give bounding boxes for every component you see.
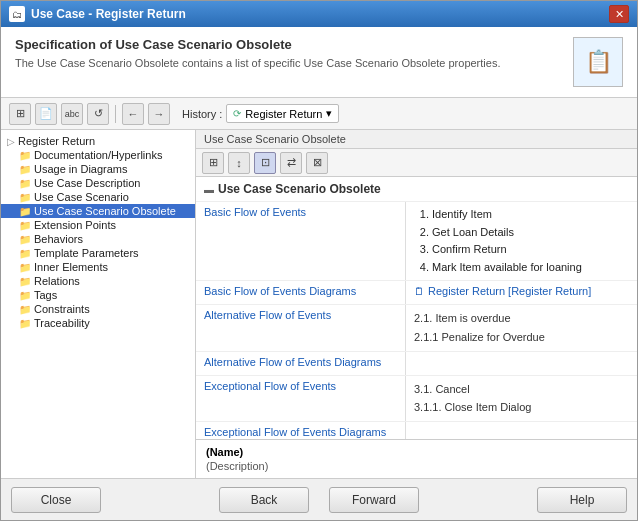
props-value-alt-flow-diagrams [406,352,637,375]
exc-flow-item-2: 3.1.1. Close Item Dialog [414,398,629,417]
tree-folder-icon-9: 📁 [19,276,31,287]
tree-root[interactable]: ▷ Register Return [1,134,195,148]
list-item: Mark Item available for loaning [432,259,629,277]
props-btn-swap[interactable]: ⇄ [280,152,302,174]
toolbar-separator [115,105,116,123]
tree-item-template-params[interactable]: 📁 Template Parameters [1,246,195,260]
window-title: Use Case - Register Return [31,7,186,21]
props-row-exc-flow: Exceptional Flow of Events 3.1. Cancel 3… [196,376,637,422]
props-row-basic-flow: Basic Flow of Events Identify Item Get L… [196,202,637,281]
tree-item-relations[interactable]: 📁 Relations [1,274,195,288]
tree-folder-icon-2: 📁 [19,178,31,189]
props-btn-add[interactable]: ⊞ [202,152,224,174]
forward-button[interactable]: Forward [329,487,419,513]
toolbar-btn-refresh[interactable]: ↺ [87,103,109,125]
props-section-title: ▬ Use Case Scenario Obsolete [196,177,637,202]
tree-item-scenario[interactable]: 📁 Use Case Scenario [1,190,195,204]
props-btn-view[interactable]: ⊡ [254,152,276,174]
section-title-text: Use Case Scenario Obsolete [218,182,381,196]
toolbar-btn-doc[interactable]: 📄 [35,103,57,125]
desc-label: (Description) [206,460,627,472]
main-content: ▷ Register Return 📁 Documentation/Hyperl… [1,130,637,478]
props-toolbar: ⊞ ↕ ⊡ ⇄ ⊠ [196,149,637,177]
tree-folder-icon-1: 📁 [19,164,31,175]
props-value-alt-flow: 2.1. Item is overdue 2.1.1 Penalize for … [406,305,637,350]
close-button[interactable]: Close [11,487,101,513]
diagram-link-text: Register Return [Register Return] [428,285,591,297]
toolbar: ⊞ 📄 abc ↺ ← → History : ⟳ Register Retur… [1,98,637,130]
toolbar-btn-forward[interactable]: → [148,103,170,125]
history-dropdown[interactable]: ⟳ Register Return ▾ [226,104,339,123]
tree-item-documentation[interactable]: 📁 Documentation/Hyperlinks [1,148,195,162]
label-text-exc-flow: Exceptional Flow of Events [204,380,336,392]
tree-item-label-10: Tags [34,289,57,301]
tree-item-extension[interactable]: 📁 Extension Points [1,218,195,232]
props-table: Basic Flow of Events Identify Item Get L… [196,202,637,439]
tree-item-label-6: Behaviors [34,233,83,245]
tree-item-label-12: Traceability [34,317,90,329]
label-text-exc-flow-diagrams: Exceptional Flow of Events Diagrams [204,426,386,438]
section-toggle-icon: ▬ [204,184,214,195]
main-window: 🗂 Use Case - Register Return ✕ Specifica… [0,0,638,521]
tree-item-inner[interactable]: 📁 Inner Elements [1,260,195,274]
props-label-exc-flow: Exceptional Flow of Events [196,376,406,421]
name-section: (Name) (Description) [196,439,637,478]
tree-folder-icon-7: 📁 [19,248,31,259]
header-text: Specification of Use Case Scenario Obsol… [15,37,500,71]
title-bar: 🗂 Use Case - Register Return ✕ [1,1,637,27]
tree-item-label-1: Usage in Diagrams [34,163,128,175]
tree-item-scenario-obsolete[interactable]: 📁 Use Case Scenario Obsolete [1,204,195,218]
list-item: Get Loan Details [432,224,629,242]
tree-item-label-8: Inner Elements [34,261,108,273]
alt-flow-item-1: 2.1. Item is overdue [414,309,629,328]
footer: Close Back Forward Help [1,478,637,520]
props-label-exc-flow-diagrams: Exceptional Flow of Events Diagrams [196,422,406,439]
tree-item-constraints[interactable]: 📁 Constraints [1,302,195,316]
list-item: Identify Item [432,206,629,224]
toolbar-btn-abc[interactable]: abc [61,103,83,125]
tree-item-label-9: Relations [34,275,80,287]
tree-folder-icon-6: 📁 [19,234,31,245]
props-btn-sort[interactable]: ↕ [228,152,250,174]
tree-item-label-7: Template Parameters [34,247,139,259]
label-text-alt-flow-diagrams: Alternative Flow of Events Diagrams [204,356,381,368]
tree-item-tags[interactable]: 📁 Tags [1,288,195,302]
window-icon: 🗂 [9,6,25,22]
history-dropdown-arrow: ▾ [326,107,332,120]
tree-item-label-5: Extension Points [34,219,116,231]
toolbar-btn-back[interactable]: ← [122,103,144,125]
tree-item-label-4: Use Case Scenario Obsolete [34,205,176,217]
tree-item-label-3: Use Case Scenario [34,191,129,203]
title-bar-left: 🗂 Use Case - Register Return [9,6,186,22]
tree-root-icon: ▷ [7,136,15,147]
tree-item-description[interactable]: 📁 Use Case Description [1,176,195,190]
basic-flow-list: Identify Item Get Loan Details Confirm R… [414,206,629,276]
tree-item-behaviors[interactable]: 📁 Behaviors [1,232,195,246]
props-label-alt-flow-diagrams: Alternative Flow of Events Diagrams [196,352,406,375]
tree-folder-icon-11: 📁 [19,304,31,315]
tree-folder-icon-10: 📁 [19,290,31,301]
props-row-alt-flow: Alternative Flow of Events 2.1. Item is … [196,305,637,351]
footer-center: Back Forward [219,487,419,513]
props-label-basic-flow: Basic Flow of Events [196,202,406,280]
toolbar-btn-grid[interactable]: ⊞ [9,103,31,125]
tree-item-usage[interactable]: 📁 Usage in Diagrams [1,162,195,176]
tree-panel: ▷ Register Return 📁 Documentation/Hyperl… [1,130,196,478]
back-button[interactable]: Back [219,487,309,513]
tree-folder-icon-0: 📁 [19,150,31,161]
header-description: The Use Case Scenario Obsolete contains … [15,56,500,71]
tree-item-traceability[interactable]: 📁 Traceability [1,316,195,330]
tree-folder-icon-3: 📁 [19,192,31,203]
diagram-link[interactable]: 🗒 Register Return [Register Return] [414,285,629,297]
window-close-button[interactable]: ✕ [609,5,629,23]
history-dropdown-icon: ⟳ [233,108,241,119]
header-title: Specification of Use Case Scenario Obsol… [15,37,500,52]
props-btn-delete[interactable]: ⊠ [306,152,328,174]
props-value-basic-flow-diagrams: 🗒 Register Return [Register Return] [406,281,637,304]
history-label: History : [182,108,222,120]
props-row-alt-flow-diagrams: Alternative Flow of Events Diagrams [196,352,637,376]
props-label-basic-flow-diagrams: Basic Flow of Events Diagrams [196,281,406,304]
tree-item-label-2: Use Case Description [34,177,140,189]
label-text-basic-flow: Basic Flow of Events [204,206,306,218]
help-button[interactable]: Help [537,487,627,513]
